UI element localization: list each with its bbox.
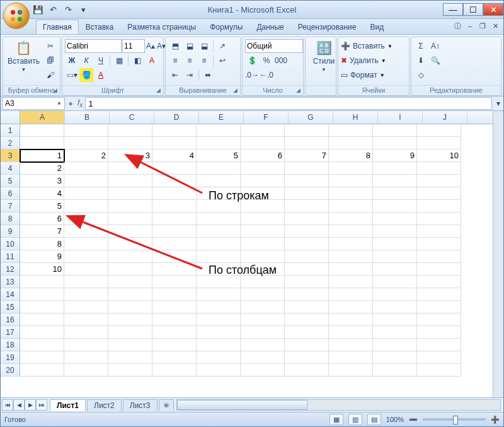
align-bottom-button[interactable]: ⬓ (197, 39, 211, 53)
orientation-button[interactable]: ↗ (215, 39, 229, 53)
view-normal-button[interactable]: ▦ (329, 414, 343, 425)
cell[interactable] (329, 351, 373, 364)
increase-decimal-button[interactable]: .0→ (245, 68, 259, 82)
cell[interactable] (373, 238, 417, 250)
border-dropdown[interactable]: ▭▾ (65, 68, 79, 82)
column-header[interactable]: D (154, 111, 199, 124)
cell[interactable] (108, 124, 152, 137)
cell[interactable] (417, 124, 461, 137)
tab-review[interactable]: Рецензирование (291, 20, 364, 34)
fill-button[interactable]: ⬇ (414, 54, 428, 67)
dialog-launcher-icon[interactable]: ◢ (231, 87, 239, 95)
cell[interactable] (108, 288, 152, 301)
cell[interactable] (64, 250, 108, 263)
cell[interactable] (373, 175, 417, 187)
cell[interactable] (417, 313, 461, 326)
row-header[interactable]: 14 (1, 288, 20, 301)
cell[interactable] (64, 364, 108, 377)
cell[interactable] (373, 250, 417, 263)
mdi-close[interactable]: ✕ (491, 21, 500, 30)
cell[interactable] (64, 137, 108, 149)
cell[interactable] (241, 213, 285, 225)
cell[interactable] (285, 124, 329, 137)
cell[interactable] (417, 364, 461, 377)
cell[interactable] (241, 364, 285, 377)
cell[interactable] (285, 263, 329, 276)
row-header[interactable]: 19 (1, 351, 20, 364)
cell[interactable] (329, 276, 373, 288)
fill-dropdown[interactable]: 🪣 (79, 68, 93, 82)
cell[interactable] (241, 326, 285, 339)
cell[interactable] (108, 162, 152, 175)
cell[interactable] (197, 238, 241, 250)
dialog-launcher-icon[interactable]: ◢ (154, 87, 162, 95)
zoom-in-button[interactable]: ➕ (491, 416, 500, 424)
align-middle-button[interactable]: ⬓ (183, 39, 197, 53)
cell[interactable] (329, 301, 373, 313)
column-header[interactable]: A (20, 111, 65, 124)
styles-button[interactable]: 🔠 Стили ▼ (308, 39, 340, 74)
cell[interactable] (329, 250, 373, 263)
formula-input[interactable] (85, 97, 492, 110)
cell[interactable] (64, 175, 108, 187)
qat-customize-button[interactable]: ▾ (76, 3, 90, 16)
cell[interactable] (20, 276, 64, 288)
cell[interactable] (108, 225, 152, 238)
cell[interactable] (241, 175, 285, 187)
bold-button[interactable]: Ж (65, 54, 79, 67)
cell[interactable] (197, 263, 241, 276)
cell[interactable] (285, 175, 329, 187)
cell[interactable]: 4 (20, 187, 64, 200)
sheet-tab-2[interactable]: Лист2 (87, 399, 122, 411)
tab-home[interactable]: Главная (36, 20, 79, 34)
cell[interactable] (152, 250, 197, 263)
cell[interactable] (241, 351, 285, 364)
cell[interactable] (417, 137, 461, 149)
cell[interactable] (373, 137, 417, 149)
cell[interactable] (417, 326, 461, 339)
cell[interactable]: 6 (241, 149, 285, 162)
cell[interactable] (20, 137, 64, 149)
cell[interactable] (64, 351, 108, 364)
cell[interactable] (373, 313, 417, 326)
cell[interactable] (152, 351, 197, 364)
format-painter-button[interactable]: 🖌 (43, 68, 57, 82)
cell[interactable] (417, 213, 461, 225)
decrease-indent-button[interactable]: ⇤ (168, 68, 182, 82)
cell[interactable] (152, 162, 197, 175)
cell[interactable] (241, 250, 285, 263)
cell[interactable] (20, 339, 64, 351)
find-button[interactable]: 🔍 (428, 54, 442, 67)
cell[interactable] (329, 175, 373, 187)
cell[interactable] (108, 213, 152, 225)
qat-redo-button[interactable]: ↷ (61, 3, 75, 16)
align-center-button[interactable]: ≡ (183, 54, 197, 67)
font-size-combo[interactable] (122, 39, 145, 53)
cell[interactable] (64, 326, 108, 339)
cell[interactable] (285, 250, 329, 263)
cell[interactable]: 2 (64, 149, 108, 162)
row-header[interactable]: 17 (1, 326, 20, 339)
align-top-button[interactable]: ⬒ (168, 39, 182, 53)
cell[interactable] (373, 200, 417, 213)
column-header[interactable]: E (199, 111, 244, 124)
grow-font-button[interactable]: A▴ (146, 39, 156, 53)
cell[interactable] (197, 326, 241, 339)
row-header[interactable]: 15 (1, 301, 20, 313)
cell[interactable] (329, 313, 373, 326)
chevron-down-icon[interactable]: ▼ (381, 58, 386, 64)
cell[interactable] (20, 301, 64, 313)
zoom-out-button[interactable]: ➖ (409, 416, 418, 424)
row-header[interactable]: 18 (1, 339, 20, 351)
cell[interactable] (152, 200, 197, 213)
cell[interactable]: 8 (329, 149, 373, 162)
column-header[interactable]: G (289, 111, 333, 124)
cell[interactable] (197, 137, 241, 149)
cell[interactable]: 5 (197, 149, 241, 162)
cell[interactable] (329, 187, 373, 200)
mdi-minimize[interactable]: – (466, 21, 474, 30)
cell[interactable] (417, 301, 461, 313)
cell[interactable] (285, 213, 329, 225)
chevron-down-icon[interactable]: ▼ (57, 101, 62, 107)
cell[interactable] (152, 238, 197, 250)
